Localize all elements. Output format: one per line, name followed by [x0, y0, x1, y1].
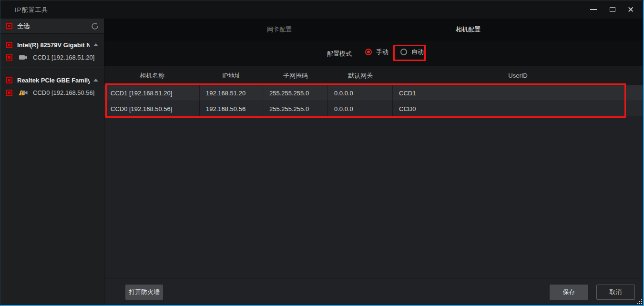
adapter-realtek-checkbox[interactable]	[6, 77, 12, 83]
select-all-label: 全选	[17, 22, 30, 31]
save-button[interactable]: 保存	[550, 285, 588, 300]
radio-selected-icon[interactable]	[365, 49, 372, 55]
camera-label: CCD1 [192.168.51.20]	[33, 54, 94, 61]
main-panel: 网卡配置 相机配置 配置模式 手动 自动 相机名称 IP地址 子网掩码 默认网关…	[104, 19, 643, 305]
header-subnet-mask: 子网掩码	[263, 66, 328, 85]
header-ip-address: IP地址	[200, 66, 263, 85]
collapse-arrow-icon[interactable]	[93, 79, 98, 82]
cell-ip-address: 192.168.50.56	[200, 101, 263, 116]
title-bar: IP配置工具 ✕	[0, 0, 643, 19]
header-userid: UserID	[393, 66, 643, 85]
camera-item-ccd0[interactable]: CCD0 [192.168.50.56]	[0, 86, 104, 99]
cell-subnet-mask: 255.255.255.0	[263, 101, 328, 116]
table-body: CCD1 [192.168.51.20] 192.168.51.20 255.2…	[104, 85, 643, 117]
close-icon: ✕	[627, 6, 634, 14]
maximize-icon	[610, 7, 615, 12]
resize-grip-dots	[641, 303, 642, 304]
open-firewall-button[interactable]: 打开防火墙	[125, 285, 163, 300]
cell-subnet-mask: 255.255.255.0	[263, 85, 328, 101]
cell-camera-name: CCD1 [192.168.51.20]	[104, 85, 200, 101]
table-header-row: 相机名称 IP地址 子网掩码 默认网关 UserID	[104, 66, 643, 85]
close-button[interactable]: ✕	[621, 0, 640, 19]
cell-gateway: 0.0.0.0	[328, 101, 393, 116]
radio-unselected-icon[interactable]	[400, 49, 407, 55]
camera-table: 相机名称 IP地址 子网掩码 默认网关 UserID CCD1 [192.168…	[104, 66, 643, 278]
radio-auto[interactable]: 自动	[400, 48, 424, 56]
tab-bar: 网卡配置 相机配置	[104, 19, 643, 41]
table-row-ccd1[interactable]: CCD1 [192.168.51.20] 192.168.51.20 255.2…	[104, 85, 643, 101]
table-row-ccd0[interactable]: CCD0 [192.168.50.56] 192.168.50.56 255.2…	[104, 101, 643, 116]
config-mode-band: 配置模式 手动 自动	[104, 41, 643, 66]
adapter-intel-checkbox[interactable]	[6, 42, 12, 48]
app-window: IP配置工具 ✕ 全选 Intel(R) 82579V Gigabit N	[0, 0, 644, 306]
camera-item-ccd1[interactable]: CCD1 [192.168.51.20]	[0, 51, 104, 63]
cell-gateway: 0.0.0.0	[328, 85, 393, 101]
adapter-name: Realtek PCIe GBE Family (	[17, 77, 90, 84]
refresh-icon[interactable]	[91, 22, 99, 31]
resize-grip[interactable]	[636, 298, 642, 304]
radio-manual-label: 手动	[376, 48, 388, 56]
adapter-item-realtek[interactable]: Realtek PCIe GBE Family (	[0, 74, 104, 86]
header-gateway: 默认网关	[328, 66, 393, 85]
tab-camera-config[interactable]: 相机配置	[374, 19, 562, 41]
header-camera-name: 相机名称	[104, 66, 200, 85]
camera-warning-icon	[19, 89, 28, 96]
radio-auto-label: 自动	[411, 48, 424, 56]
adapter-tree: Intel(R) 82579V Gigabit N CCD1 [192.168.…	[0, 39, 104, 99]
tab-nic-config[interactable]: 网卡配置	[185, 19, 374, 41]
window-title: IP配置工具	[15, 6, 48, 14]
adapter-name: Intel(R) 82579V Gigabit N	[17, 41, 90, 49]
adapter-item-intel[interactable]: Intel(R) 82579V Gigabit N	[0, 39, 104, 51]
cell-userid: CCD1	[393, 85, 643, 101]
config-mode-label: 配置模式	[327, 50, 352, 58]
camera-icon	[19, 54, 28, 61]
minimize-button[interactable]	[584, 0, 603, 19]
camera-ccd0-checkbox[interactable]	[6, 90, 12, 96]
collapse-arrow-icon[interactable]	[93, 43, 98, 46]
device-tree-sidebar: 全选 Intel(R) 82579V Gigabit N	[0, 19, 104, 305]
camera-ccd1-checkbox[interactable]	[6, 54, 12, 61]
cell-userid: CCD0	[393, 101, 643, 116]
camera-label: CCD0 [192.168.50.56]	[33, 89, 94, 96]
cell-ip-address: 192.168.51.20	[200, 85, 263, 101]
cell-camera-name: CCD0 [192.168.50.56]	[104, 101, 200, 116]
select-all-row[interactable]: 全选	[0, 19, 104, 34]
maximize-button[interactable]	[603, 0, 622, 19]
footer-bar: 打开防火墙 保存 取消	[104, 278, 643, 305]
group-divider	[0, 68, 104, 68]
minimize-icon	[590, 9, 597, 10]
select-all-checkbox[interactable]	[6, 23, 12, 29]
radio-manual[interactable]: 手动	[365, 48, 388, 56]
cancel-button[interactable]: 取消	[596, 285, 635, 300]
